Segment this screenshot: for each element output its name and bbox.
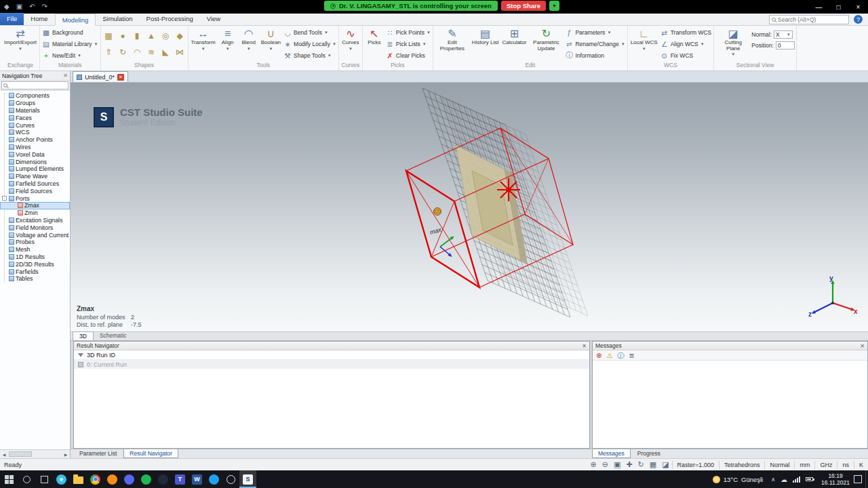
discord-icon[interactable] bbox=[121, 470, 138, 488]
tree-item[interactable]: Field Sources bbox=[0, 187, 70, 195]
tree-expander[interactable] bbox=[2, 262, 7, 266]
parameters-button[interactable]: ƒ Parameters ▼ bbox=[564, 26, 625, 38]
message-list-icon[interactable]: ≣ bbox=[629, 352, 634, 359]
brick-icon[interactable]: ▦ bbox=[102, 28, 115, 43]
torus-icon[interactable]: ◎ bbox=[159, 28, 172, 43]
tree-item[interactable]: Dimensions bbox=[0, 158, 70, 165]
tab-result-navigator[interactable]: Result Navigator bbox=[123, 449, 178, 458]
bend-tools-button[interactable]: ◡ Bend Tools ▼ bbox=[283, 26, 337, 38]
taskbar-search-button[interactable] bbox=[18, 470, 35, 488]
mesh-view-icon[interactable]: ▦ bbox=[647, 460, 659, 469]
sphere-icon[interactable]: ● bbox=[117, 28, 130, 43]
tree-expander[interactable] bbox=[11, 203, 16, 208]
tree-expander[interactable] bbox=[2, 130, 7, 135]
tree-expander[interactable] bbox=[2, 159, 7, 164]
normal-select[interactable]: X ▼ bbox=[774, 30, 793, 39]
edge-icon[interactable]: e bbox=[53, 470, 70, 488]
run-id-header[interactable]: 3D Run ID bbox=[74, 350, 589, 360]
sweep-curve-icon[interactable]: ◠ bbox=[131, 45, 144, 60]
align-wcs-button[interactable]: ∠ Align WCS ▼ bbox=[660, 38, 713, 49]
tree-expander[interactable]: - bbox=[2, 196, 7, 201]
help-button[interactable]: ? bbox=[854, 15, 863, 24]
action-center-icon[interactable] bbox=[854, 475, 862, 483]
weather-widget[interactable]: 13°C Güneşli bbox=[713, 476, 763, 483]
tree-item[interactable]: Tables bbox=[0, 275, 70, 283]
calculator-button[interactable]: ⊞ Calculator bbox=[500, 26, 528, 47]
tree-item[interactable]: Voxel Data bbox=[0, 150, 70, 158]
loft-icon[interactable]: ⇑ bbox=[102, 45, 115, 60]
tree-expander[interactable] bbox=[2, 218, 7, 222]
tree-item[interactable]: Wires bbox=[0, 144, 70, 151]
position-input[interactable]: 0 bbox=[776, 41, 795, 49]
tree-item[interactable]: Probes bbox=[0, 239, 70, 246]
tree-horizontal-scrollbar[interactable]: ◀ ▶ bbox=[0, 449, 70, 458]
onedrive-icon[interactable]: ☁ bbox=[781, 476, 787, 483]
tab-3d[interactable]: 3D bbox=[73, 331, 94, 340]
share-options-button[interactable]: ▼ bbox=[549, 1, 559, 11]
intersect-icon[interactable]: ⋈ bbox=[174, 45, 186, 60]
rotate-view-icon[interactable]: ↻ bbox=[635, 460, 647, 469]
tab-messages[interactable]: Messages bbox=[592, 449, 631, 458]
tree-item[interactable]: Faces bbox=[0, 114, 70, 121]
tree-expander[interactable] bbox=[2, 144, 7, 149]
fix-wcs-button[interactable]: ⊙ Fix WCS bbox=[660, 49, 713, 61]
clock-icon[interactable] bbox=[222, 470, 239, 488]
material-library-button[interactable]: ▤ Material Library ▼ bbox=[41, 38, 99, 49]
cst-logo-icon[interactable]: ◆ bbox=[4, 3, 9, 11]
zoom-in-icon[interactable]: ⊕ bbox=[588, 460, 599, 469]
network-icon[interactable] bbox=[793, 476, 800, 483]
tree-item[interactable]: Mesh bbox=[0, 246, 70, 253]
tree-item[interactable]: Plane Wave bbox=[0, 173, 70, 180]
tree-item[interactable]: Zmax bbox=[0, 202, 70, 209]
redo-icon[interactable]: ↷ bbox=[42, 3, 47, 11]
boolean-button[interactable]: ∪ Boolean ▼ bbox=[260, 26, 282, 52]
chrome-icon[interactable] bbox=[87, 470, 104, 488]
bend-shape-icon[interactable]: ≋ bbox=[145, 45, 158, 60]
extrude-icon[interactable]: ◆ bbox=[174, 28, 186, 43]
edit-properties-button[interactable]: ✎ Edit Properties bbox=[435, 26, 470, 52]
scroll-right-icon[interactable]: ▶ bbox=[62, 452, 69, 457]
rename-change-button[interactable]: ⇌ Rename/Change ▼ bbox=[564, 38, 625, 49]
align-button[interactable]: ≡ Align ▼ bbox=[218, 26, 238, 52]
document-tab[interactable]: Untitled_0* ✕ bbox=[73, 71, 128, 82]
spotify-icon[interactable] bbox=[138, 470, 155, 488]
tree-item[interactable]: Farfields bbox=[0, 268, 70, 275]
maximize-button[interactable]: □ bbox=[829, 0, 848, 14]
tree-item[interactable]: - Ports bbox=[0, 195, 70, 202]
tree-item[interactable]: Voltage and Current Mo bbox=[0, 231, 70, 239]
firefox-icon[interactable] bbox=[104, 470, 121, 488]
rotate-icon[interactable]: ↻ bbox=[117, 45, 130, 60]
current-run-row[interactable]: 0: Current Run bbox=[74, 360, 589, 369]
scrollbar-thumb[interactable] bbox=[9, 451, 32, 457]
pick-lists-button[interactable]: ≣ Pick Lists ▼ bbox=[385, 38, 431, 49]
pan-icon[interactable]: ✚ bbox=[623, 460, 635, 469]
cylinder-icon[interactable]: ▮ bbox=[131, 28, 144, 43]
tab-simulation[interactable]: Simulation bbox=[96, 13, 139, 25]
tab-schematic[interactable]: Schematic bbox=[94, 331, 133, 340]
tree-item[interactable]: WCS bbox=[0, 129, 70, 136]
tree-expander[interactable] bbox=[11, 211, 16, 216]
tree-item[interactable]: Components bbox=[0, 92, 70, 100]
info-filter-icon[interactable]: ⓘ bbox=[617, 352, 624, 359]
tree-expander[interactable] bbox=[2, 138, 7, 142]
close-result-navigator-icon[interactable]: ✕ bbox=[582, 343, 587, 349]
history-list-button[interactable]: ▤ History List bbox=[471, 26, 500, 47]
cst-icon[interactable]: S bbox=[239, 470, 256, 488]
tree-expander[interactable] bbox=[2, 152, 7, 157]
steam-icon[interactable] bbox=[155, 470, 172, 488]
tree-item[interactable]: Zmin bbox=[0, 209, 70, 217]
taskbar-clock[interactable]: 16:19 16.11.2021 bbox=[821, 472, 850, 486]
tree-item[interactable]: Curves bbox=[0, 121, 70, 129]
tree-search-input[interactable] bbox=[9, 83, 66, 89]
tree-item[interactable]: Lumped Elements bbox=[0, 165, 70, 173]
start-button[interactable] bbox=[0, 470, 18, 488]
tree-expander[interactable] bbox=[2, 269, 7, 274]
tree-expander[interactable] bbox=[2, 94, 7, 98]
clear-messages-icon[interactable]: ⊗ bbox=[596, 352, 601, 359]
minimize-button[interactable]: — bbox=[809, 0, 829, 14]
show-desktop-button[interactable] bbox=[865, 470, 868, 488]
file-explorer-icon[interactable] bbox=[70, 470, 87, 488]
tree-expander[interactable] bbox=[2, 188, 7, 193]
tree-expander[interactable] bbox=[2, 225, 7, 230]
picks-button[interactable]: ↖ Picks bbox=[364, 26, 384, 47]
